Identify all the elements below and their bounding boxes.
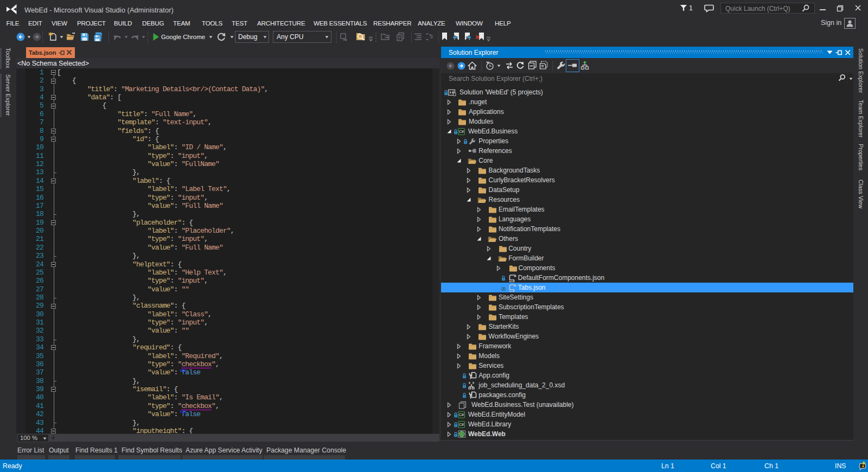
- svg-text:C#: C#: [459, 130, 464, 133]
- svg-text:C#: C#: [459, 423, 464, 426]
- svg-text:C#: C#: [459, 413, 464, 417]
